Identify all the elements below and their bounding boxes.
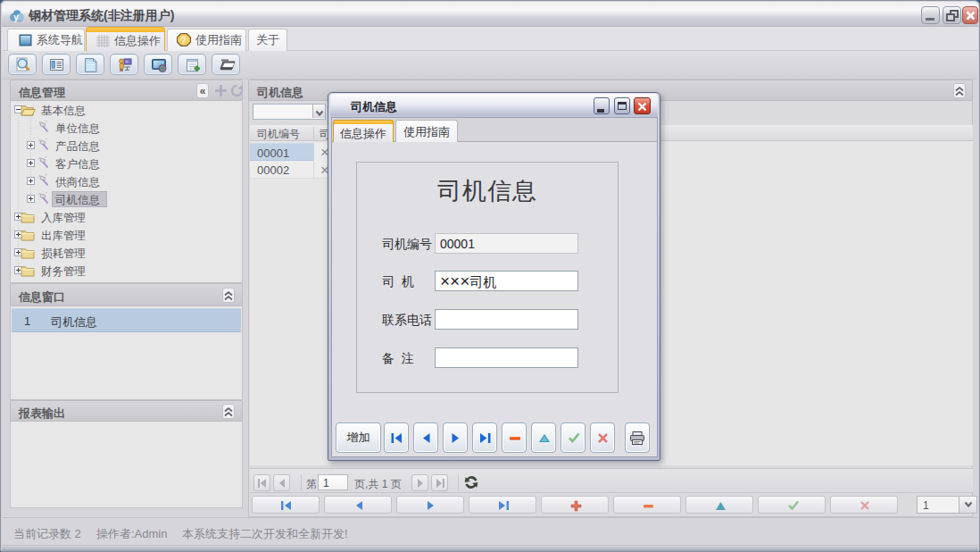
svg-text:?: ?: [181, 36, 187, 46]
svg-text:y: y: [13, 13, 19, 22]
